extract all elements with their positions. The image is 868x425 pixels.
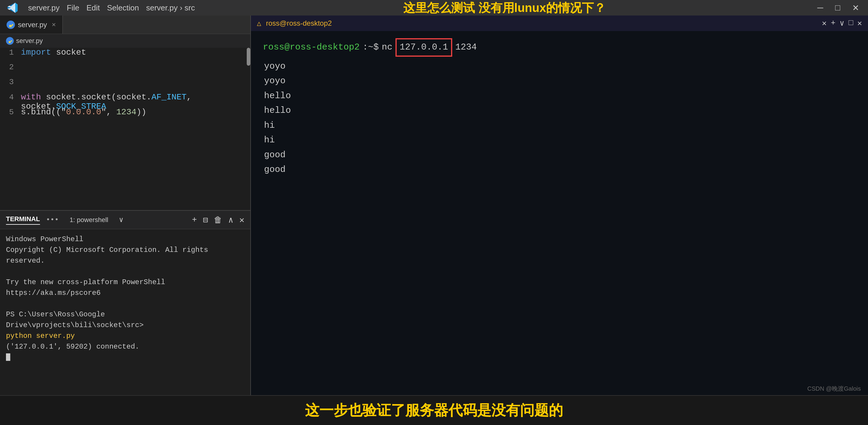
terminal-add-icon[interactable]: + (192, 215, 197, 224)
ps-blank2 (6, 298, 244, 309)
code-line-2: 2 (0, 63, 250, 77)
term-output-good2: good (263, 162, 856, 177)
code-content-5: s.bind(("0.0.0.0", 1234)) (21, 107, 146, 117)
term-prompt-line: ross@ross-desktop2 :~$ nc 127.0.0.1 1234 (263, 38, 856, 57)
right-window-close-icon[interactable]: ✕ (857, 19, 862, 28)
term-output-hi1: hi (263, 118, 856, 133)
term-separator: :~$ (363, 40, 379, 55)
ps-path: PS C:\Users\Ross\Google Drive\vprojects\… (6, 310, 144, 329)
top-bar: server.py File Edit Selection server.py … (0, 0, 868, 15)
ps-output-line: ('127.0.0.1', 59202) connected. (6, 341, 244, 352)
window-close[interactable]: ✕ (849, 2, 862, 14)
menu-file[interactable]: server.py (28, 3, 60, 12)
term-ip-box: 127.0.0.1 (396, 38, 452, 57)
right-window-max-icon[interactable]: □ (848, 19, 854, 28)
sidebar-path-label: server.py (16, 37, 43, 45)
right-panel: △ ross@ross-desktop2 ✕ + ∨ □ ✕ ross@ross… (251, 15, 868, 395)
ps-command-line: python server.py (6, 331, 244, 341)
sidebar-python-icon (6, 37, 14, 45)
right-top-icons: ✕ + ∨ □ ✕ (822, 19, 862, 28)
scrollbar[interactable] (247, 48, 250, 66)
line-number-5: 5 (3, 108, 21, 117)
code-line-4: 4 with socket.socket(socket.AF_INET, soc… (0, 93, 250, 107)
terminal-panel: TERMINAL ••• 1: powershell ∨ + ⊟ 🗑 ∧ ✕ W… (0, 210, 250, 395)
term-output-yoyo1: yoyo (263, 59, 856, 74)
bottom-annotation: 这一步也验证了服务器代码是没有问题的 (305, 401, 563, 420)
terminal-header: TERMINAL ••• 1: powershell ∨ + ⊟ 🗑 ∧ ✕ (0, 211, 250, 229)
bottom-bar: 这一步也验证了服务器代码是没有问题的 (0, 395, 868, 425)
window-minimize[interactable]: ─ (814, 2, 826, 14)
line-number-2: 2 (3, 63, 21, 72)
window-actions: ─ □ ✕ (814, 2, 862, 14)
term-output-hello2: hello (263, 103, 856, 118)
term-output-hello1: hello (263, 89, 856, 104)
vscode-icon (6, 1, 19, 14)
ps-command: python server.py (6, 332, 75, 340)
tab-bar: server.py ✕ (0, 15, 250, 34)
line-number-3: 3 (3, 77, 21, 87)
ps-output: ('127.0.0.1', 59202) connected. (6, 342, 139, 351)
right-top-title: ross@ross-desktop2 (266, 19, 332, 28)
code-line-3: 3 (0, 77, 250, 93)
terminal-icon: △ (257, 19, 261, 28)
code-content-1: import socket (21, 48, 86, 57)
terminal-split-icon[interactable]: ⊟ (203, 215, 208, 225)
sidebar-breadcrumb: server.py (0, 34, 250, 48)
ps-header-line1: Windows PowerShell (6, 234, 244, 245)
code-editor: 1 import socket 2 3 4 with socket.socket… (0, 48, 250, 210)
menu-serverpy: server.py › src (146, 3, 195, 12)
tab-label: server.py (18, 21, 47, 29)
terminal-up-icon[interactable]: ∧ (228, 215, 233, 225)
watermark: CSDN @晚渡Galois (807, 385, 861, 393)
top-menu: server.py File Edit Selection server.py … (28, 3, 195, 12)
menu-file-label[interactable]: File (67, 3, 80, 12)
ps-cursor: █ (6, 353, 10, 361)
terminal-trash-icon[interactable]: 🗑 (214, 215, 222, 225)
ps-blank1 (6, 266, 244, 277)
tab-server-py[interactable]: server.py ✕ (0, 15, 63, 34)
terminal-tab-1[interactable]: 1: powershell (65, 215, 113, 225)
terminal-actions: + ⊟ 🗑 ∧ ✕ (192, 215, 244, 225)
code-line-1: 1 import socket (0, 48, 250, 63)
left-panel: server.py ✕ server.py 1 (0, 15, 251, 395)
term-cmd: nc (382, 40, 393, 55)
term-output-yoyo2: yoyo (263, 74, 856, 89)
terminal-close-icon[interactable]: ✕ (239, 215, 244, 225)
terminal-chevron-icon[interactable]: ∨ (119, 216, 123, 224)
tab-close-icon[interactable]: ✕ (52, 21, 56, 29)
right-terminal-body: ross@ross-desktop2 :~$ nc 127.0.0.1 1234… (251, 31, 868, 395)
line-number-1: 1 (3, 48, 21, 57)
main-layout: server.py ✕ server.py 1 (0, 15, 868, 395)
term-output-good1: good (263, 148, 856, 163)
menu-selection[interactable]: Selection (107, 3, 139, 12)
ps-tip: Try the new cross-platform PowerShell ht… (6, 277, 244, 298)
terminal-more-icon[interactable]: ••• (46, 216, 59, 224)
top-title: 这里怎么测试 没有用lunux的情况下？ (204, 0, 805, 16)
right-chevron-icon[interactable]: ∨ (840, 19, 844, 28)
right-add-icon[interactable]: + (831, 19, 835, 28)
ps-prompt-line: PS C:\Users\Ross\Google Drive\vprojects\… (6, 309, 244, 331)
line-number-4: 4 (3, 93, 21, 102)
ps-header-line2: Copyright (C) Microsoft Corporation. All… (6, 245, 244, 266)
menu-edit[interactable]: Edit (86, 3, 100, 12)
sidebar-path-item: server.py (6, 37, 43, 45)
term-port: 1234 (455, 40, 477, 55)
python-icon (7, 21, 15, 29)
right-top-bar: △ ross@ross-desktop2 ✕ + ∨ □ ✕ (251, 15, 868, 31)
term-output-hi2: hi (263, 133, 856, 148)
right-close-icon[interactable]: ✕ (822, 19, 827, 28)
terminal-body: Windows PowerShell Copyright (C) Microso… (0, 229, 250, 395)
window-maximize[interactable]: □ (832, 2, 843, 14)
ps-cursor-line: █ (6, 352, 244, 363)
term-user: ross@ross-desktop2 (263, 40, 360, 55)
terminal-title: TERMINAL (6, 215, 40, 225)
